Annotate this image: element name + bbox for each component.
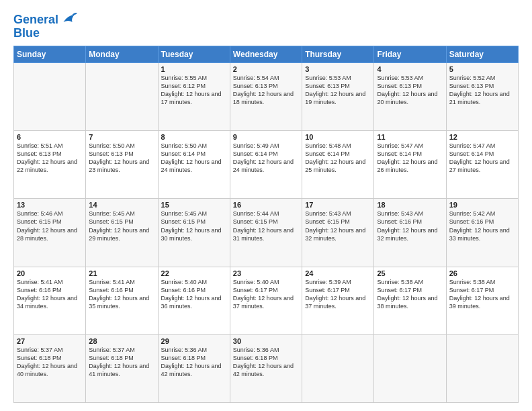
logo-text: General [13, 13, 58, 27]
day-number: 4 [377, 65, 443, 73]
day-number: 15 [161, 201, 227, 209]
day-info: Sunrise: 5:53 AM Sunset: 6:13 PM Dayligh… [305, 74, 371, 107]
day-number: 27 [17, 337, 83, 345]
day-number: 20 [17, 269, 83, 277]
header-wednesday: Wednesday [230, 46, 302, 62]
day-info: Sunrise: 5:36 AM Sunset: 6:18 PM Dayligh… [233, 346, 299, 379]
day-cell: 18Sunrise: 5:43 AM Sunset: 6:16 PM Dayli… [374, 199, 446, 267]
day-info: Sunrise: 5:52 AM Sunset: 6:13 PM Dayligh… [449, 74, 515, 107]
day-info: Sunrise: 5:41 AM Sunset: 6:16 PM Dayligh… [17, 278, 83, 311]
day-number: 11 [377, 133, 443, 141]
day-info: Sunrise: 5:53 AM Sunset: 6:13 PM Dayligh… [377, 74, 443, 107]
day-info: Sunrise: 5:38 AM Sunset: 6:17 PM Dayligh… [377, 278, 443, 311]
header-thursday: Thursday [302, 46, 374, 62]
day-cell: 15Sunrise: 5:45 AM Sunset: 6:15 PM Dayli… [158, 199, 230, 267]
day-cell: 26Sunrise: 5:38 AM Sunset: 6:17 PM Dayli… [446, 267, 518, 334]
calendar-table: SundayMondayTuesdayWednesdayThursdayFrid… [13, 46, 519, 403]
day-number: 16 [233, 201, 299, 209]
day-info: Sunrise: 5:39 AM Sunset: 6:17 PM Dayligh… [305, 278, 371, 311]
day-number: 1 [161, 65, 227, 73]
day-number: 30 [233, 337, 299, 345]
day-cell: 30Sunrise: 5:36 AM Sunset: 6:18 PM Dayli… [230, 334, 302, 402]
day-cell: 1Sunrise: 5:55 AM Sunset: 6:12 PM Daylig… [158, 62, 230, 130]
day-number: 26 [449, 269, 515, 277]
day-info: Sunrise: 5:36 AM Sunset: 6:18 PM Dayligh… [161, 346, 227, 379]
day-cell: 7Sunrise: 5:50 AM Sunset: 6:13 PM Daylig… [86, 131, 158, 199]
day-number: 18 [377, 201, 443, 209]
week-row-1: 6Sunrise: 5:51 AM Sunset: 6:13 PM Daylig… [14, 131, 519, 199]
day-info: Sunrise: 5:43 AM Sunset: 6:15 PM Dayligh… [305, 210, 371, 242]
logo-bird-icon [58, 11, 77, 30]
day-cell: 25Sunrise: 5:38 AM Sunset: 6:17 PM Dayli… [374, 267, 446, 334]
day-cell: 27Sunrise: 5:37 AM Sunset: 6:18 PM Dayli… [14, 334, 86, 402]
day-info: Sunrise: 5:40 AM Sunset: 6:17 PM Dayligh… [233, 278, 299, 311]
day-info: Sunrise: 5:55 AM Sunset: 6:12 PM Dayligh… [161, 74, 227, 107]
day-cell [14, 62, 86, 130]
day-cell [374, 334, 446, 402]
day-number: 19 [449, 201, 515, 209]
header-tuesday: Tuesday [158, 46, 230, 62]
day-cell: 17Sunrise: 5:43 AM Sunset: 6:15 PM Dayli… [302, 199, 374, 267]
day-number: 28 [89, 337, 154, 345]
header-saturday: Saturday [446, 46, 518, 62]
day-info: Sunrise: 5:47 AM Sunset: 6:14 PM Dayligh… [377, 142, 443, 175]
day-cell: 23Sunrise: 5:40 AM Sunset: 6:17 PM Dayli… [230, 267, 302, 334]
day-cell: 10Sunrise: 5:48 AM Sunset: 6:14 PM Dayli… [302, 131, 374, 199]
day-number: 8 [161, 133, 227, 141]
day-number: 13 [17, 201, 83, 209]
day-number: 3 [305, 65, 371, 73]
day-info: Sunrise: 5:37 AM Sunset: 6:18 PM Dayligh… [89, 346, 154, 379]
day-number: 25 [377, 269, 443, 277]
day-info: Sunrise: 5:45 AM Sunset: 6:15 PM Dayligh… [89, 210, 154, 242]
week-row-3: 20Sunrise: 5:41 AM Sunset: 6:16 PM Dayli… [14, 267, 519, 334]
logo: General Blue [13, 11, 77, 40]
day-info: Sunrise: 5:38 AM Sunset: 6:17 PM Dayligh… [449, 278, 515, 311]
day-cell: 16Sunrise: 5:44 AM Sunset: 6:15 PM Dayli… [230, 199, 302, 267]
calendar-header: SundayMondayTuesdayWednesdayThursdayFrid… [14, 46, 519, 62]
day-cell: 3Sunrise: 5:53 AM Sunset: 6:13 PM Daylig… [302, 62, 374, 130]
day-info: Sunrise: 5:51 AM Sunset: 6:13 PM Dayligh… [17, 142, 83, 175]
calendar-body: 1Sunrise: 5:55 AM Sunset: 6:12 PM Daylig… [14, 62, 519, 402]
day-info: Sunrise: 5:43 AM Sunset: 6:16 PM Dayligh… [377, 210, 443, 242]
week-row-0: 1Sunrise: 5:55 AM Sunset: 6:12 PM Daylig… [14, 62, 519, 130]
day-cell: 6Sunrise: 5:51 AM Sunset: 6:13 PM Daylig… [14, 131, 86, 199]
day-cell: 24Sunrise: 5:39 AM Sunset: 6:17 PM Dayli… [302, 267, 374, 334]
day-number: 23 [233, 269, 299, 277]
day-cell: 4Sunrise: 5:53 AM Sunset: 6:13 PM Daylig… [374, 62, 446, 130]
day-cell: 19Sunrise: 5:42 AM Sunset: 6:16 PM Dayli… [446, 199, 518, 267]
day-cell: 5Sunrise: 5:52 AM Sunset: 6:13 PM Daylig… [446, 62, 518, 130]
day-cell: 22Sunrise: 5:40 AM Sunset: 6:16 PM Dayli… [158, 267, 230, 334]
day-cell: 20Sunrise: 5:41 AM Sunset: 6:16 PM Dayli… [14, 267, 86, 334]
day-cell: 2Sunrise: 5:54 AM Sunset: 6:13 PM Daylig… [230, 62, 302, 130]
day-info: Sunrise: 5:47 AM Sunset: 6:14 PM Dayligh… [449, 142, 515, 175]
day-number: 5 [449, 65, 515, 73]
day-info: Sunrise: 5:49 AM Sunset: 6:14 PM Dayligh… [233, 142, 299, 175]
day-info: Sunrise: 5:40 AM Sunset: 6:16 PM Dayligh… [161, 278, 227, 311]
day-info: Sunrise: 5:41 AM Sunset: 6:16 PM Dayligh… [89, 278, 154, 311]
day-cell: 11Sunrise: 5:47 AM Sunset: 6:14 PM Dayli… [374, 131, 446, 199]
day-cell: 21Sunrise: 5:41 AM Sunset: 6:16 PM Dayli… [86, 267, 158, 334]
header-friday: Friday [374, 46, 446, 62]
day-info: Sunrise: 5:45 AM Sunset: 6:15 PM Dayligh… [161, 210, 227, 242]
day-number: 12 [449, 133, 515, 141]
day-info: Sunrise: 5:50 AM Sunset: 6:13 PM Dayligh… [89, 142, 154, 175]
day-number: 17 [305, 201, 371, 209]
day-number: 9 [233, 133, 299, 141]
day-number: 14 [89, 201, 154, 209]
week-row-4: 27Sunrise: 5:37 AM Sunset: 6:18 PM Dayli… [14, 334, 519, 402]
day-info: Sunrise: 5:50 AM Sunset: 6:14 PM Dayligh… [161, 142, 227, 175]
day-info: Sunrise: 5:37 AM Sunset: 6:18 PM Dayligh… [17, 346, 83, 379]
day-info: Sunrise: 5:44 AM Sunset: 6:15 PM Dayligh… [233, 210, 299, 242]
day-number: 6 [17, 133, 83, 141]
day-number: 22 [161, 269, 227, 277]
day-cell: 14Sunrise: 5:45 AM Sunset: 6:15 PM Dayli… [86, 199, 158, 267]
day-cell: 8Sunrise: 5:50 AM Sunset: 6:14 PM Daylig… [158, 131, 230, 199]
header: General Blue [13, 11, 519, 40]
day-cell [302, 334, 374, 402]
day-info: Sunrise: 5:48 AM Sunset: 6:14 PM Dayligh… [305, 142, 371, 175]
week-row-2: 13Sunrise: 5:46 AM Sunset: 6:15 PM Dayli… [14, 199, 519, 267]
day-info: Sunrise: 5:42 AM Sunset: 6:16 PM Dayligh… [449, 210, 515, 242]
day-cell [86, 62, 158, 130]
page: General Blue SundayMondayTuesdayWednesda… [0, 0, 532, 411]
day-number: 24 [305, 269, 371, 277]
